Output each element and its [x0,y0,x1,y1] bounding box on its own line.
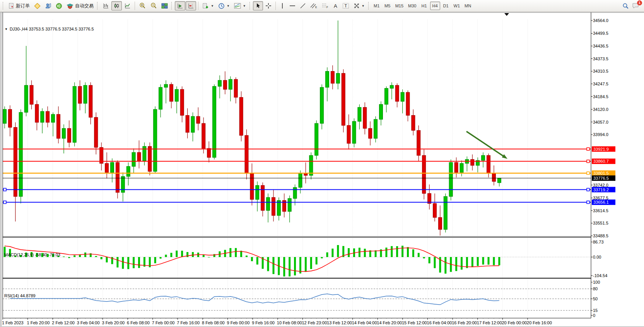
macd-bar [122,257,124,269]
hline-anchor-handle[interactable] [587,160,589,163]
market-watch-button[interactable] [32,1,43,10]
periods-button[interactable]: ▼ [216,1,232,10]
macd-bar [186,252,188,257]
time-axis-label: 6 Feb 08:00 [127,320,150,325]
bull-candle [315,123,318,155]
bar-chart-button[interactable] [101,1,111,10]
toolbar-gripper[interactable] [97,2,99,10]
time-axis-label: 20 Feb 16:00 [527,320,552,325]
bull-candle [175,89,178,101]
bear-candle [342,73,345,126]
tile-windows-button[interactable] [159,1,170,10]
line-chart-button[interactable] [122,1,133,10]
cursor-button[interactable] [253,1,263,10]
timeframe-button-h1[interactable]: H1 [419,2,429,10]
timeframe-button-w1[interactable]: W1 [452,2,462,10]
chart-title: ▼ DJ30-,H4 33753.5 33776.5 33734.5 33776… [5,27,94,31]
macd-bar [391,246,393,257]
macd-bar [498,257,500,265]
bear-candle [417,130,420,155]
timeframe-button-m30[interactable]: M30 [406,2,418,10]
bull-candle [288,198,291,211]
hline-anchor-handle[interactable] [587,201,589,204]
chart-shift-button[interactable] [186,1,196,10]
macd-bar [375,250,377,257]
fibonacci-button[interactable]: F [319,1,330,10]
macd-bar [348,248,350,257]
hline-anchor-handle[interactable] [587,188,589,191]
signals-button[interactable] [54,1,64,10]
bear-candle [8,109,12,128]
macd-bar [208,257,210,257]
macd-bar [455,257,457,271]
bear-candle [180,89,184,115]
bull-candle [449,162,453,196]
arrows-button[interactable]: ▼ [352,1,367,10]
bar-chart-icon [102,3,109,9]
data-window-button[interactable] [43,1,53,10]
new-order-icon [8,3,14,9]
toolbar-gripper[interactable] [171,2,173,10]
crosshair-icon [265,3,272,9]
candlestick-chart-button[interactable] [111,1,122,10]
bear-candle [272,198,275,216]
timeframe-button-mn[interactable]: MN [463,2,473,10]
toolbar-gripper[interactable] [3,2,5,10]
bull-candle [51,114,55,123]
price-tick-label: 33614.5 [593,208,608,213]
bull-candle [352,121,356,143]
auto-scroll-button[interactable] [175,1,185,10]
toolbar-gripper[interactable] [368,2,370,10]
text-button[interactable]: A [331,1,340,10]
macd-bar [423,257,425,258]
macd-bar [154,257,156,263]
trendline-button[interactable] [298,1,308,10]
notifications-button[interactable]: 1 [632,2,639,10]
text-label-button[interactable]: T [340,1,351,10]
timeframe-button-d1[interactable]: D1 [441,2,451,10]
hline-anchor-handle[interactable] [587,148,589,150]
chart-canvas[interactable]: 34564.034499.534436.534373.534310.534247… [0,12,644,327]
tile-windows-icon [161,3,168,9]
symbol-dropdown-icon[interactable]: ▼ [5,27,8,31]
hline-anchor-handle[interactable] [3,201,6,204]
bear-candle [35,104,39,123]
shift-marker [504,13,509,16]
macd-bar [138,257,140,268]
zoom-in-button[interactable] [137,1,148,10]
time-axis-label: 7 Feb 00:00 [152,320,175,325]
bear-candle [454,162,458,172]
templates-button[interactable]: ▼ [232,1,248,10]
timeframe-button-m15[interactable]: M15 [393,2,405,10]
timeframe-group: M1M5M15M30H1H4D1W1MN [372,2,473,10]
market-watch-icon [34,3,41,9]
cursor-icon [255,3,261,9]
timeframe-button-m1[interactable]: M1 [372,2,382,10]
equidistant-channel-button[interactable]: E [308,1,319,10]
hline-anchor-handle[interactable] [587,172,589,174]
macd-bar [412,249,414,257]
crosshair-button[interactable] [263,1,273,10]
time-axis-label: 1 Feb 20:00 [27,320,50,325]
new-order-button[interactable]: 新订单 [6,1,32,10]
hline-price-label: 33860.7 [593,159,609,164]
chart-shift-marker[interactable] [504,13,509,16]
macd-bar [251,257,253,261]
indicators-button[interactable]: ▼ [200,1,216,10]
search-icon[interactable] [622,3,629,9]
trend-arrow-line[interactable] [466,131,505,157]
hline-anchor-handle[interactable] [3,188,6,191]
auto-trading-button[interactable]: 自动交易 [65,1,96,10]
macd-bar [429,257,430,263]
timeframe-button-m5[interactable]: M5 [383,2,393,10]
timeframe-button-h4[interactable]: H4 [430,2,440,10]
chart-shift-icon [188,3,194,9]
toolbar-gripper[interactable] [249,2,251,10]
zoom-out-button[interactable] [148,1,159,10]
chart-window[interactable]: 34564.034499.534436.534373.534310.534247… [0,12,644,327]
horizontal-line-button[interactable] [287,1,297,10]
macd-bar [396,246,398,257]
notification-badge: 1 [637,0,642,5]
vertical-line-button[interactable] [278,1,287,10]
bear-candle [207,148,211,157]
